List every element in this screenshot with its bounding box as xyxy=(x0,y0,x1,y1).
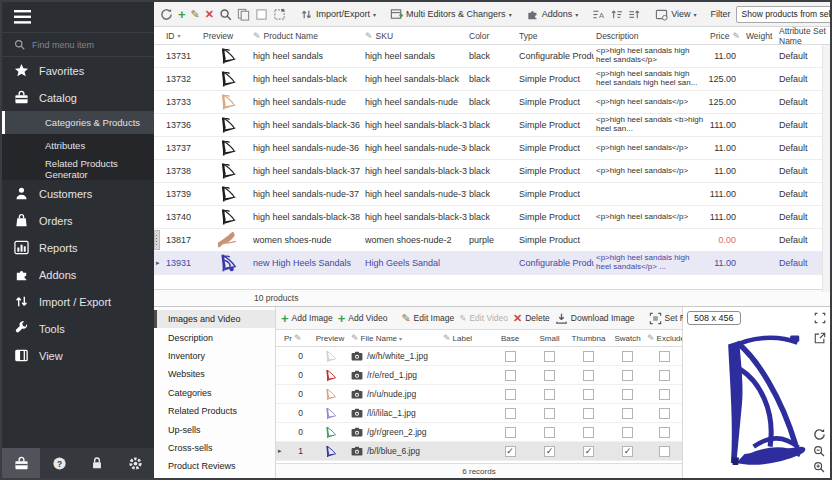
search-button[interactable] xyxy=(219,8,232,21)
add-video-button[interactable]: +Add Video xyxy=(338,313,388,324)
column-header-description[interactable]: Description xyxy=(594,31,704,41)
base-checkbox[interactable] xyxy=(505,389,516,400)
thumbnail-checkbox[interactable]: ✓ xyxy=(583,446,594,457)
sidebar-item-attributes[interactable]: Attributes xyxy=(2,134,154,157)
column-header-price[interactable]: Price✎ xyxy=(704,31,744,41)
sidebar-search[interactable] xyxy=(2,32,154,57)
table-row[interactable]: 13739 high heel sandals-nude-37 high hee… xyxy=(154,183,830,206)
addons-menu[interactable]: Addons▾ xyxy=(526,8,579,21)
tab-related-products[interactable]: Related Products xyxy=(154,402,275,420)
fit-screen-icon[interactable] xyxy=(814,312,826,324)
column-header-file-name[interactable]: ✎File Name▾ xyxy=(351,333,443,343)
tab-images-and-video[interactable]: Images and Video xyxy=(154,310,275,328)
column-header-color[interactable]: Color xyxy=(467,31,517,41)
exclude-checkbox[interactable] xyxy=(659,446,670,457)
table-row[interactable]: 13732 high heel sandals-black high heel … xyxy=(154,68,830,91)
edit-image-button[interactable]: ✎Edit Image xyxy=(401,313,454,324)
small-checkbox[interactable] xyxy=(544,351,555,362)
sidebar-item-import-export[interactable]: Import / Export xyxy=(2,288,154,315)
search-input[interactable] xyxy=(32,40,142,50)
column-header-type[interactable]: Type xyxy=(517,31,594,41)
rotate-icon[interactable] xyxy=(813,428,826,441)
thumbnail-checkbox[interactable] xyxy=(583,408,594,419)
column-header-position[interactable]: Pr✎ xyxy=(284,333,309,343)
image-row-selected[interactable]: ▸1 /b/l/blue_6.jpg ✓ ✓ ✓ ✓ xyxy=(276,442,682,461)
sidebar-item-view[interactable]: View xyxy=(2,342,154,369)
sort-order-button[interactable] xyxy=(610,8,623,21)
sidebar-item-addons[interactable]: Addons xyxy=(2,261,154,288)
store-icon[interactable] xyxy=(2,448,40,478)
sidebar-item-customers[interactable]: Customers xyxy=(2,180,154,207)
image-row[interactable]: 0 /r/e/red_1.jpg xyxy=(276,366,682,385)
column-header-sku[interactable]: ✎SKU xyxy=(363,31,467,41)
table-row[interactable]: 13737 high heel sandals-nude-36 high hee… xyxy=(154,137,830,160)
tab-up-sells[interactable]: Up-sells xyxy=(154,420,275,438)
small-checkbox[interactable] xyxy=(544,427,555,438)
view-menu[interactable]: View▾ xyxy=(655,8,696,21)
swatch-checkbox[interactable] xyxy=(622,370,633,381)
column-header-attribute-set[interactable]: Attribute Set Name xyxy=(777,26,830,46)
small-checkbox[interactable] xyxy=(544,408,555,419)
tab-cross-sells[interactable]: Cross-sells xyxy=(154,439,275,457)
add-product-button[interactable]: + xyxy=(178,9,186,20)
image-row[interactable]: 0 /l/i/lilac_1.jpg xyxy=(276,404,682,423)
select-all-button[interactable] xyxy=(273,8,286,21)
thumbnail-checkbox[interactable] xyxy=(583,427,594,438)
checkbox-select-button[interactable] xyxy=(255,8,268,21)
multi-editors-menu[interactable]: Multi Editors & Changers▾ xyxy=(390,8,512,21)
column-header-small[interactable]: Small xyxy=(530,334,569,343)
exclude-checkbox[interactable] xyxy=(659,370,670,381)
sidebar-item-reports[interactable]: Reports xyxy=(2,234,154,261)
zoom-out-icon[interactable] xyxy=(813,445,826,457)
column-header-product-name[interactable]: ✎Product Name xyxy=(251,31,363,41)
column-header-label[interactable]: ✎Label xyxy=(443,333,490,343)
table-row[interactable]: 13736 high heel sandals-black-36 high he… xyxy=(154,114,830,137)
add-image-button[interactable]: +Add Image xyxy=(281,313,333,324)
column-header-preview[interactable]: Preview xyxy=(309,334,351,343)
import-export-menu[interactable]: Import/Export▾ xyxy=(300,8,376,21)
base-checkbox[interactable] xyxy=(505,351,516,362)
table-row[interactable]: 13740 high heel sandals-black-38 high he… xyxy=(154,206,830,229)
exclude-checkbox[interactable] xyxy=(659,351,670,362)
zoom-in-icon[interactable] xyxy=(813,461,826,473)
image-row[interactable]: 0 /n/u/nude.jpg xyxy=(276,385,682,404)
delete-image-button[interactable]: ✕Delete xyxy=(513,313,550,324)
exclude-checkbox[interactable] xyxy=(659,427,670,438)
column-header-preview[interactable]: Preview xyxy=(201,31,251,41)
lock-icon[interactable] xyxy=(78,448,116,478)
filter-select[interactable]: Show products from selected categories▾ xyxy=(736,6,832,23)
table-row-selected[interactable]: ▸13931 new High Heels Sandals High Geels… xyxy=(154,252,830,275)
exclude-checkbox[interactable] xyxy=(659,408,670,419)
thumbnail-checkbox[interactable] xyxy=(583,370,594,381)
swatch-checkbox[interactable]: ✓ xyxy=(622,446,633,457)
delete-product-button[interactable]: ✕ xyxy=(205,9,214,20)
tab-inventory[interactable]: Inventory xyxy=(154,347,275,365)
sidebar-item-catalog[interactable]: Catalog xyxy=(2,84,154,111)
gear-icon[interactable] xyxy=(116,448,154,478)
tab-categories[interactable]: Categories xyxy=(154,384,275,402)
column-header-base[interactable]: Base xyxy=(490,334,530,343)
expand-rows-button[interactable] xyxy=(628,8,641,21)
thumbnail-checkbox[interactable] xyxy=(583,351,594,362)
vertical-scrollbar[interactable] xyxy=(822,45,830,292)
copy-button[interactable] xyxy=(237,8,250,21)
download-image-button[interactable]: Download Image xyxy=(555,312,635,325)
tab-product-reviews[interactable]: Product Reviews xyxy=(154,457,275,475)
column-header-swatch[interactable]: Swatch xyxy=(608,334,647,343)
base-checkbox[interactable] xyxy=(505,427,516,438)
sidebar-item-favorites[interactable]: Favorites xyxy=(2,57,154,84)
tab-description[interactable]: Description xyxy=(154,328,275,346)
swatch-checkbox[interactable] xyxy=(622,351,633,362)
edit-product-button[interactable]: ✎ xyxy=(191,9,200,20)
hamburger-menu-icon[interactable] xyxy=(2,2,154,32)
sidebar-item-orders[interactable]: Orders xyxy=(2,207,154,234)
swatch-checkbox[interactable] xyxy=(622,389,633,400)
small-checkbox[interactable] xyxy=(544,370,555,381)
column-header-weight[interactable]: Weight xyxy=(744,31,777,41)
swatch-checkbox[interactable] xyxy=(622,408,633,419)
external-link-icon[interactable] xyxy=(814,332,826,344)
column-header-thumbnail[interactable]: Thumbna xyxy=(569,334,608,343)
refresh-button[interactable] xyxy=(160,8,173,21)
table-row[interactable]: 13817 women shoes-nude women shoes-nude-… xyxy=(154,229,830,252)
base-checkbox[interactable] xyxy=(505,408,516,419)
